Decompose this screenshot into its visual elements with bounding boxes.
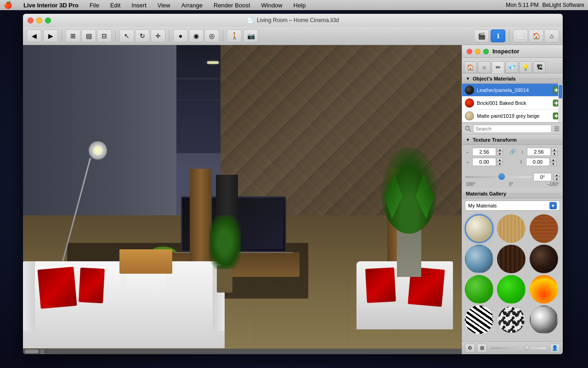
inspector-close[interactable]	[467, 49, 472, 54]
walk-tool[interactable]: 🚶	[227, 29, 242, 42]
window-minimize-button[interactable]	[36, 17, 42, 23]
sofa-main	[23, 261, 225, 348]
settings-button[interactable]: ⚙	[465, 344, 475, 353]
side-table	[119, 249, 172, 274]
window-close-button[interactable]	[28, 17, 34, 23]
menu-file[interactable]: File	[88, 2, 101, 9]
3d-button[interactable]: ⊟	[97, 29, 112, 42]
view-texture[interactable]: ◎	[204, 29, 219, 42]
material-ball-brick[interactable]	[530, 214, 558, 243]
view-controls: ⊞ ▤ ⊟	[66, 29, 112, 42]
material-item-0[interactable]: Leather/pamela_09014	[462, 84, 563, 97]
inspector-bottom-toolbar: ⚙ ⊞ 👤	[462, 341, 563, 354]
rotation-slider-thumb[interactable]	[498, 173, 505, 180]
material-ball-zebra[interactable]	[465, 305, 493, 334]
offset-x-up[interactable]: ▲	[497, 158, 503, 162]
material-ball-green[interactable]	[465, 275, 493, 304]
transform-row-1: ↔ ▲ ▼ 🔗 ↕ ▲	[465, 148, 560, 156]
menu-help[interactable]: Help	[292, 2, 308, 9]
view-wire[interactable]: ◉	[189, 29, 204, 42]
offset-x-down[interactable]: ▼	[497, 162, 503, 166]
gallery-dropdown-arrow[interactable]: ▼	[549, 202, 557, 209]
render-button[interactable]: 🎬	[474, 29, 489, 42]
forward-button[interactable]: ▶	[43, 29, 58, 42]
camera-button[interactable]: 📷	[243, 29, 258, 42]
link-icon: 🔗	[509, 149, 516, 155]
material-ball-dark-wood[interactable]	[497, 245, 526, 273]
rotation-down[interactable]: ▼	[554, 177, 560, 181]
material-ball-ivory[interactable]	[465, 214, 493, 243]
info-button[interactable]: ℹ	[491, 29, 505, 42]
material-ball-spots[interactable]	[497, 305, 526, 334]
material-item-1[interactable]: Brick/001 Baked Brick	[462, 97, 563, 109]
tab-light[interactable]: 💡	[519, 61, 532, 73]
offset-y-down[interactable]: ▼	[550, 162, 557, 166]
view-layout-1[interactable]: ⬜	[513, 29, 528, 42]
width-input[interactable]	[472, 148, 496, 156]
gallery-dropdown[interactable]: My Materials ▼	[465, 201, 560, 211]
height-input[interactable]	[527, 148, 551, 156]
apple-menu[interactable]: 🍎	[4, 1, 12, 9]
viewport-scrollbar[interactable]: |||	[23, 349, 462, 354]
floorplan-button[interactable]: ⊞	[66, 29, 80, 42]
scrollbar-thumb[interactable]	[25, 350, 39, 353]
menu-window[interactable]: Window	[260, 2, 284, 9]
rotate-tool[interactable]: ↻	[135, 29, 150, 42]
elevation-button[interactable]: ▤	[81, 29, 96, 42]
material-ball-green2[interactable]	[497, 275, 526, 304]
material-item-2[interactable]: Matte paint/1019 grey beige	[462, 109, 563, 122]
material-thumb-1	[465, 98, 474, 108]
view-layout-3[interactable]: ⌂	[544, 29, 559, 42]
height-up[interactable]: ▲	[551, 148, 558, 152]
offset-x-input[interactable]	[472, 158, 496, 166]
move-tool[interactable]: ✛	[151, 29, 165, 42]
tab-object[interactable]: ○	[478, 61, 491, 73]
material-ball-chrome[interactable]	[530, 305, 558, 334]
grid-button[interactable]: ⊞	[477, 344, 487, 353]
tab-scene[interactable]: 🏗	[533, 61, 546, 73]
material-ball-wood-light[interactable]	[497, 214, 526, 243]
material-ball-water[interactable]	[465, 245, 493, 273]
back-button[interactable]: ◀	[27, 29, 41, 42]
select-tool[interactable]: ↖	[119, 29, 134, 42]
rotation-value-input[interactable]	[533, 173, 552, 181]
offset-x-group: ▲ ▼	[472, 158, 507, 166]
app-name[interactable]: Live Interior 3D Pro	[22, 2, 80, 9]
materials-scrollbar-thumb[interactable]	[559, 85, 562, 98]
rotation-up[interactable]: ▲	[554, 173, 560, 177]
height-down[interactable]: ▼	[551, 152, 558, 156]
import-button[interactable]: 👤	[550, 344, 560, 353]
material-search-input[interactable]	[473, 125, 552, 133]
tab-materials[interactable]: ✏	[492, 61, 504, 73]
view-solid[interactable]: ●	[173, 29, 188, 42]
size-slider-thumb[interactable]	[524, 345, 530, 351]
size-slider[interactable]	[491, 347, 546, 349]
gallery-section-header: Materials Gallery	[462, 189, 563, 199]
menu-edit[interactable]: Edit	[108, 2, 122, 9]
main-window: 📄 Living Room – Home Cinema.li3d ◀ ▶ ⊞ ▤…	[23, 14, 563, 354]
tab-render[interactable]: 💎	[505, 61, 518, 73]
menu-insert[interactable]: Insert	[130, 2, 148, 9]
material-ball-dark-sphere[interactable]	[530, 245, 558, 273]
tab-house[interactable]: 🏠	[464, 61, 477, 73]
width-up[interactable]: ▲	[497, 148, 503, 152]
view-layout-2[interactable]: 🏠	[529, 29, 543, 42]
viewport[interactable]: |||	[23, 45, 462, 354]
menu-arrange[interactable]: Arrange	[180, 2, 204, 9]
offset-y-up[interactable]: ▲	[550, 158, 557, 162]
inspector-panel: Inspector 🏠 ○ ✏ 💎 💡 🏗 ▼ Object's Materia…	[462, 45, 563, 354]
menubar-brand: BeLight Software	[543, 2, 584, 8]
material-ball-fire[interactable]	[530, 275, 558, 304]
inspector-window-controls	[467, 49, 489, 54]
menu-view[interactable]: View	[156, 2, 172, 9]
rotation-slider-track[interactable]	[465, 176, 531, 178]
offset-y-input[interactable]	[526, 158, 550, 166]
inspector-maximize[interactable]	[483, 49, 489, 54]
menu-render-boost[interactable]: Render Boost	[212, 2, 252, 9]
materials-scrollbar[interactable]	[558, 84, 563, 122]
window-maximize-button[interactable]	[45, 17, 51, 23]
width-down[interactable]: ▼	[497, 152, 503, 156]
section-title-materials: Object's Materials	[473, 76, 516, 81]
inspector-minimize[interactable]	[475, 49, 481, 54]
height-input-group: ▲ ▼	[527, 148, 560, 156]
